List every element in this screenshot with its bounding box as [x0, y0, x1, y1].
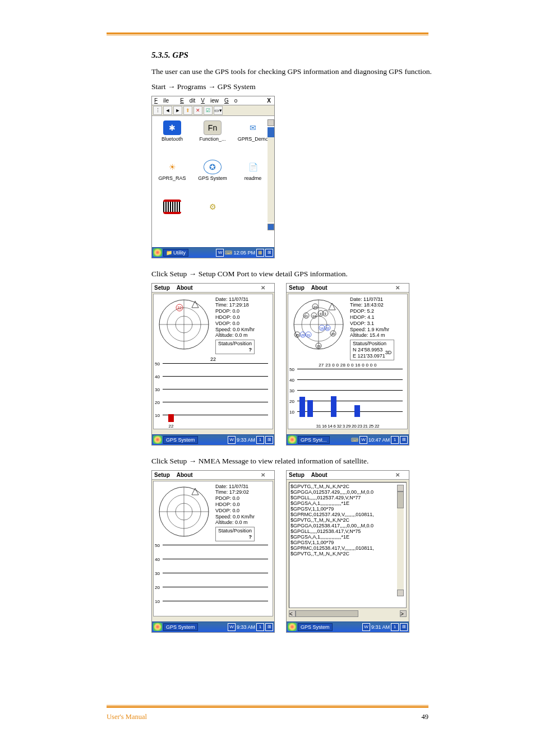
keyboard-icon[interactable]: ⌨: [351, 437, 358, 443]
delete-button[interactable]: ✕: [193, 106, 202, 115]
file-function[interactable]: Fn Function_...: [197, 120, 228, 156]
up-button[interactable]: ⬆: [183, 106, 192, 115]
file-gprs-demo[interactable]: ✉ GPRS_Demo: [237, 120, 269, 156]
start-button[interactable]: [153, 248, 162, 257]
sat-bar: [307, 400, 313, 417]
desktop-button[interactable]: ⊞: [265, 623, 273, 631]
menu-about[interactable]: About: [177, 472, 193, 478]
scroll-up-icon[interactable]: [268, 119, 274, 126]
ime-icon[interactable]: W: [362, 623, 370, 631]
menu-edit[interactable]: Edit: [180, 98, 195, 104]
file-barcode[interactable]: [156, 200, 188, 229]
status-lon: E 121'33.0971: [353, 353, 385, 359]
gps-menubar: Setup About ✕: [287, 284, 409, 293]
close-button[interactable]: ✕: [261, 472, 265, 478]
stat-vdop: VDOP: 0.0: [215, 321, 255, 327]
intro-text: The user can use the GPS tools for check…: [151, 66, 434, 78]
scroll-thumb[interactable]: [397, 491, 404, 508]
view-mode-button[interactable]: ▭▾: [214, 106, 223, 115]
status-label: Status/Position: [218, 528, 252, 534]
taskbar-app[interactable]: GPS Syst...: [298, 436, 330, 444]
back-button[interactable]: ◄: [163, 106, 172, 115]
file-label: GPRS_RAS: [158, 175, 186, 181]
close-button[interactable]: X: [267, 98, 271, 104]
keyboard-icon[interactable]: ⌨: [225, 250, 232, 256]
vertical-scrollbar[interactable]: [268, 127, 274, 222]
taskbar-app[interactable]: GPS System: [163, 436, 198, 444]
nmea-output[interactable]: $GPVTG,,T,,M,,N,,K,N*2C $GPGGA,012537.42…: [289, 482, 407, 608]
menu-setup[interactable]: Setup: [154, 285, 170, 291]
scroll-down-icon[interactable]: [268, 224, 274, 230]
start-button[interactable]: [153, 623, 162, 631]
menu-about[interactable]: About: [311, 472, 328, 478]
tray-icon[interactable]: ▦: [256, 249, 264, 257]
svg-text:32: 32: [326, 327, 330, 330]
scroll-thumb[interactable]: [296, 610, 358, 617]
stat-pdop: PDOP: 5.2: [350, 308, 394, 314]
clock: 9:33 AM: [237, 437, 255, 443]
scroll-right-icon[interactable]: >: [400, 610, 407, 617]
file-settings[interactable]: ⚙: [197, 200, 228, 229]
nmea-line: $GPGLL,,,,,012537.429,V,N*77: [290, 495, 405, 500]
ime-icon[interactable]: W: [228, 436, 236, 444]
close-button[interactable]: ✕: [395, 285, 400, 291]
close-button[interactable]: ✕: [261, 285, 265, 291]
desktop-button[interactable]: ⊞: [400, 623, 408, 631]
arrow-icon: →: [189, 457, 197, 465]
menu-go[interactable]: Go: [224, 98, 237, 104]
stat-speed: Speed: 1.9 Km/hr: [350, 327, 394, 333]
file-explorer-window: File Edit View Go X ⋮ ◄ ► ⬆ ✕ ☑ ▭▾ ✱ Blu…: [151, 96, 275, 258]
file-gps-system[interactable]: ✪ GPS System: [197, 160, 228, 195]
menu-setup[interactable]: Setup: [289, 285, 305, 291]
menu-file[interactable]: File: [154, 98, 174, 104]
num-icon[interactable]: 1: [391, 623, 399, 631]
ime-icon[interactable]: W: [359, 436, 367, 444]
desktop-button[interactable]: ⊞: [400, 436, 408, 444]
scroll-down-icon[interactable]: [397, 590, 404, 596]
grip-handle[interactable]: ⋮: [153, 106, 162, 115]
taskbar-app[interactable]: 📁 Utility: [163, 249, 188, 257]
svg-text:25: 25: [296, 333, 299, 337]
taskbar-app[interactable]: GPS System: [163, 623, 198, 631]
props-button[interactable]: ☑: [204, 106, 213, 115]
num-icon[interactable]: 1: [256, 436, 264, 444]
scroll-thumb[interactable]: [268, 127, 274, 137]
menu-setup[interactable]: Setup: [289, 472, 305, 478]
start-button[interactable]: [288, 435, 297, 444]
signal-bar-chart: 50 40 30 20 10 22: [163, 363, 268, 428]
file-gprs-ras[interactable]: ☀ GPRS_RAS: [156, 160, 188, 195]
scroll-left-icon[interactable]: <: [289, 610, 296, 617]
forward-button[interactable]: ►: [173, 106, 182, 115]
gps-main: 22 21 14 6 3 16 32 20 25 29 31 23: [288, 294, 408, 429]
num-icon[interactable]: 1: [391, 436, 399, 444]
num-icon[interactable]: 1: [256, 623, 264, 631]
ime-icon[interactable]: W: [216, 249, 224, 257]
taskbar: GPS System W 9:33 AM 1 ⊞: [152, 434, 274, 445]
file-bluetooth[interactable]: ✱ Bluetooth: [156, 120, 188, 156]
step3: Click Setup → NMEA Message to view relat…: [151, 457, 434, 466]
menu-setup[interactable]: Setup: [154, 472, 170, 478]
footer-rule: [107, 705, 428, 708]
scroll-up-icon[interactable]: [397, 485, 404, 491]
start-button[interactable]: [153, 435, 162, 444]
svg-text:31: 31: [307, 333, 311, 337]
desktop-button[interactable]: ⊞: [265, 436, 273, 444]
horizontal-scrollbar[interactable]: < >: [289, 610, 407, 617]
menu-view[interactable]: View: [201, 98, 219, 104]
file-readme[interactable]: 📄 readme: [237, 160, 269, 195]
taskbar-app[interactable]: GPS System: [298, 623, 333, 631]
ime-icon[interactable]: W: [228, 623, 236, 631]
notepad-icon: 📄: [244, 160, 262, 174]
menu-about[interactable]: About: [177, 285, 193, 291]
menu-about[interactable]: About: [311, 285, 328, 291]
signal-bar-chart: 50 40 30 20 10: [297, 369, 403, 423]
start-button[interactable]: [288, 623, 297, 631]
system-tray: ⌨ W 10:47 AM 1 ⊞: [351, 436, 408, 444]
step2: Click Setup → Setup COM Port to view det…: [151, 270, 434, 279]
close-button[interactable]: ✕: [395, 472, 400, 478]
vertical-scrollbar[interactable]: [397, 485, 404, 596]
gps-window-fix: Setup About ✕ 22 21 14: [286, 283, 409, 446]
stat-time: Time: 17:29:02: [215, 489, 255, 495]
desktop-button[interactable]: ⊞: [265, 249, 273, 257]
system-tray: W 9:31 AM 1 ⊞: [362, 623, 408, 631]
